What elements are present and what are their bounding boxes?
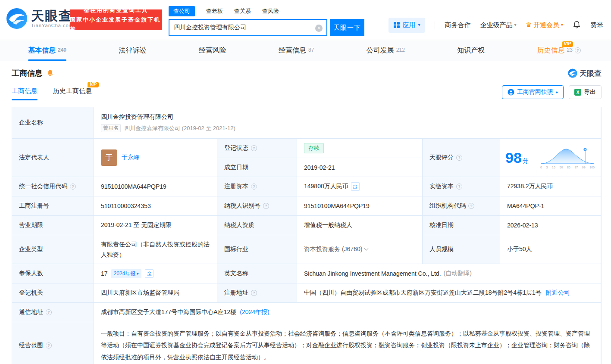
taxpayer-id: 91510100MA644PQP19 [304, 202, 370, 209]
label-text: 企业名称 [19, 119, 43, 127]
english-name-label: 英文名称 [217, 264, 297, 283]
legal-rep-label: 法定代表人 [12, 139, 94, 177]
reg-address-cell: 中国（四川）自由贸易试验区成都市天府新区万安街道麓山大道二段18号附2号4栋1层… [297, 283, 601, 303]
company-type-cell: 有限责任公司（非自然人投资或控股的法人独资） [94, 235, 217, 264]
tab-basic-info[interactable]: 基本信息 240 [28, 40, 66, 61]
establish-date-cell: 2019-02-21 [297, 158, 423, 177]
monitor-bell-icon[interactable] [47, 69, 54, 77]
tab-label: 公司发展 [367, 46, 394, 55]
help-icon[interactable]: ? [575, 47, 581, 53]
tab-intellectual-property[interactable]: 知识产权 [457, 40, 485, 61]
label-text: 工商注册号 [19, 202, 49, 210]
subtab-business-info[interactable]: 工商信息 [12, 87, 38, 100]
insured-count: 17 [101, 270, 108, 277]
legal-rep-cell: 于 于永峰 [94, 139, 217, 177]
tab-label: 基本信息 [28, 46, 56, 55]
staff-size-label: 人员规模 [423, 235, 500, 264]
search-tab-risk[interactable]: 查风险 [262, 7, 279, 15]
tianyancha-logo[interactable]: 天眼查 TianYanCha.com [6, 8, 73, 29]
help-icon[interactable]: ? [70, 184, 76, 190]
export-button[interactable]: X 导出 [569, 85, 602, 99]
company-name-cell: 四川金控投资管理有限公司 曾用名 四川金控嘉泽有限公司 (2019-02 至 2… [94, 107, 601, 139]
label-text: 参保人数 [19, 270, 43, 277]
user-menu[interactable]: 费米 [590, 21, 603, 29]
establish-date: 2019-02-21 [304, 164, 335, 171]
subtab-history-business-info[interactable]: VIP 历史工商信息 [53, 87, 92, 100]
help-icon[interactable]: ? [251, 290, 257, 296]
vip-badge: VIP [88, 82, 99, 87]
company-type-label: 企业类型 [12, 235, 94, 264]
score-curve-icon [539, 146, 595, 165]
score-axis: 03 1550 8597 99100 [540, 166, 595, 169]
tab-label: 法律诉讼 [119, 46, 146, 55]
help-icon[interactable]: ? [456, 155, 462, 161]
official-snapshot-button[interactable]: 工商官网快照 ▸ [502, 85, 564, 99]
legal-rep-name-link[interactable]: 于永峰 [122, 154, 140, 162]
nav-divider [435, 21, 435, 29]
english-name: Sichuan Jinkong Investment Management Co… [304, 270, 441, 277]
business-term-cell: 2019-02-21 至 无固定期限 [94, 216, 217, 235]
search-tab-boss[interactable]: 查老板 [206, 7, 223, 15]
paid-capital-label: 实缴资本 ? [423, 177, 500, 196]
apps-button[interactable]: 应用 ▾ [389, 18, 425, 33]
annual-report-link[interactable]: (2024年报) [240, 308, 269, 316]
taxpayer-quality-cell: 增值税一般纳税人 [297, 216, 423, 235]
search-input[interactable] [169, 20, 326, 35]
tab-company-development[interactable]: 公司发展 212 [367, 40, 405, 61]
reg-authority-cell: 四川天府新区市场监督管理局 [94, 283, 217, 303]
section-title: 工商信息 [12, 68, 43, 78]
chevron-down-icon[interactable] [364, 246, 369, 250]
approval-date: 2026-02-13 [507, 222, 538, 229]
search-box: × [169, 19, 327, 36]
help-icon[interactable]: ? [46, 342, 52, 348]
score-cell[interactable]: 98 分 03 1 [500, 139, 601, 177]
search-area: 查公司 查老板 查关系 查风险 × 天眼一下 [169, 6, 364, 36]
capital-flow-icon[interactable] [351, 182, 360, 191]
help-icon[interactable]: ? [251, 145, 257, 151]
business-scope-cell: 一般项目：自有资金投资的资产管理服务；以自有资金从事投资活动；社会经济咨询服务；… [94, 322, 601, 364]
tab-label: 知识产权 [457, 46, 485, 55]
help-icon[interactable]: ? [263, 203, 269, 209]
tab-legal-litigation[interactable]: 法律诉讼 [119, 40, 146, 61]
help-icon[interactable]: ? [468, 203, 474, 209]
snapshot-label: 工商官网快照 [517, 88, 553, 96]
label-text: 营业期限 [19, 221, 43, 229]
nav-enterprise-products[interactable]: 企业级产品 ▾ [480, 21, 516, 29]
credit-code: 91510100MA644PQP19 [101, 183, 166, 190]
tab-operating-info[interactable]: 经营信息 87 [279, 40, 314, 61]
search-button[interactable]: 天眼一下 [330, 19, 364, 36]
tab-label: 经营风险 [199, 46, 226, 55]
industry-cell[interactable]: 资本投资服务 (J6760) [297, 235, 423, 264]
nearby-companies-link[interactable]: 附近公司 [546, 289, 570, 297]
credit-code-label: 统一社会信用代码 ? [12, 177, 94, 196]
tab-operating-risk[interactable]: 经营风险 [199, 40, 226, 61]
clear-search-icon[interactable]: × [315, 25, 323, 32]
label-text: 纳税人识别号 [224, 202, 260, 210]
grid-icon [394, 22, 400, 28]
excel-icon: X [574, 89, 581, 96]
help-icon[interactable]: ? [456, 184, 462, 190]
search-tab-relation[interactable]: 查关系 [234, 7, 251, 15]
annual-report-badge[interactable]: 2024年报 ▸ [111, 269, 142, 278]
paid-capital: 72938.2万人民币 [507, 183, 553, 190]
score-value: 98 [505, 150, 522, 165]
industry-label: 国标行业 [217, 235, 297, 264]
search-tab-company[interactable]: 查公司 [169, 6, 195, 16]
open-vip-button[interactable]: ♛ 开通会员 ▾ [526, 21, 563, 29]
business-term-label: 营业期限 [12, 216, 94, 235]
notification-bell-icon[interactable] [573, 21, 581, 29]
watermark-logo: 天眼查 [568, 68, 602, 78]
help-icon[interactable]: ? [251, 184, 257, 190]
insurance-org-icon[interactable] [145, 269, 154, 278]
help-icon[interactable]: ? [46, 309, 52, 315]
reg-address: 中国（四川）自由贸易试验区成都市天府新区万安街道麓山大道二段18号附2号4栋1层… [304, 289, 542, 297]
nav-cooperation[interactable]: 商务合作 [445, 21, 470, 29]
tab-history-info[interactable]: VIP 历史信息 23 ? [537, 40, 581, 61]
legal-rep-avatar[interactable]: 于 [101, 149, 117, 166]
reg-authority-label: 登记机关 [12, 283, 94, 303]
tab-count: 87 [308, 47, 314, 53]
business-term: 2019-02-21 至 无固定期限 [101, 221, 171, 229]
annual-report-label: 2024年报 [114, 270, 136, 277]
label-text: 企业类型 [19, 246, 43, 253]
industry-value: 资本投资服务 (J6760) [304, 246, 362, 253]
